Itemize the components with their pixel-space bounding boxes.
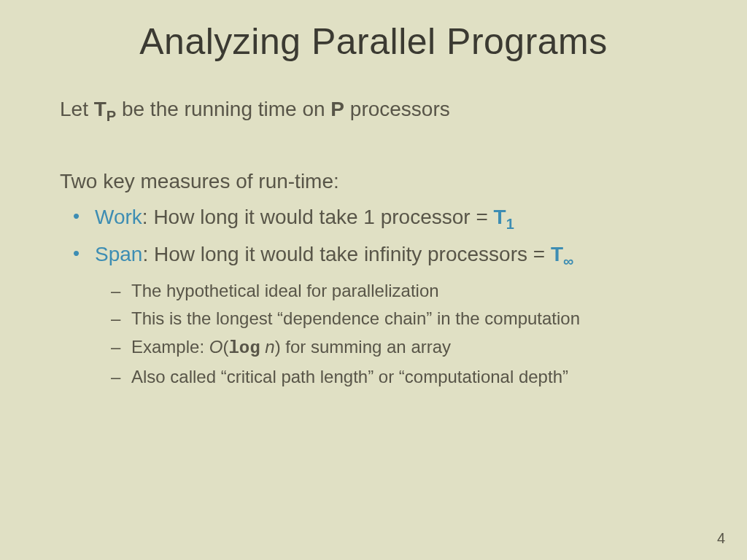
slide-body: Analyzing Parallel Programs Let TP be th… bbox=[0, 0, 747, 389]
slide-title: Analyzing Parallel Programs bbox=[60, 20, 687, 63]
measures-intro: Two key measures of run-time: bbox=[60, 170, 687, 193]
text: : How long it would take 1 processor = bbox=[142, 206, 494, 228]
var-p: P bbox=[330, 98, 344, 120]
text: Example: bbox=[131, 337, 209, 357]
text: : How long it would take infinity proces… bbox=[142, 243, 550, 265]
sub-item-example: Example: O(log n) for summing an array bbox=[111, 335, 687, 361]
log: log bbox=[228, 338, 260, 358]
t: T bbox=[494, 206, 506, 228]
paren: ) bbox=[275, 337, 281, 357]
page-number: 4 bbox=[717, 530, 725, 547]
var-t: T bbox=[94, 98, 107, 120]
definition-line: Let TP be the running time on P processo… bbox=[60, 98, 687, 125]
subinf: ∞ bbox=[563, 253, 573, 269]
text: processors bbox=[344, 98, 450, 120]
term-span: Span bbox=[95, 243, 142, 265]
text: be the running time on bbox=[116, 98, 330, 120]
n: n bbox=[265, 337, 274, 357]
big-o: O bbox=[209, 337, 223, 357]
bullet-span: Span: How long it would take infinity pr… bbox=[73, 241, 687, 271]
sub-item: The hypothetical ideal for parallelizati… bbox=[111, 279, 687, 303]
text: Let bbox=[60, 98, 94, 120]
sub-list: The hypothetical ideal for parallelizati… bbox=[60, 279, 687, 389]
text: for summing an array bbox=[281, 337, 451, 357]
var-t-sub: P bbox=[107, 108, 116, 124]
main-list: Work: How long it would take 1 processor… bbox=[60, 203, 687, 271]
sub-item: This is the longest “dependence chain” i… bbox=[111, 306, 687, 331]
var-tinf: T∞ bbox=[551, 243, 573, 265]
bullet-work: Work: How long it would take 1 processor… bbox=[73, 203, 687, 234]
sub-item: Also called “critical path length” or “c… bbox=[111, 365, 687, 389]
var-t1: T1 bbox=[494, 206, 514, 228]
sub1: 1 bbox=[506, 215, 514, 231]
term-work: Work bbox=[95, 206, 142, 228]
t: T bbox=[551, 243, 563, 265]
